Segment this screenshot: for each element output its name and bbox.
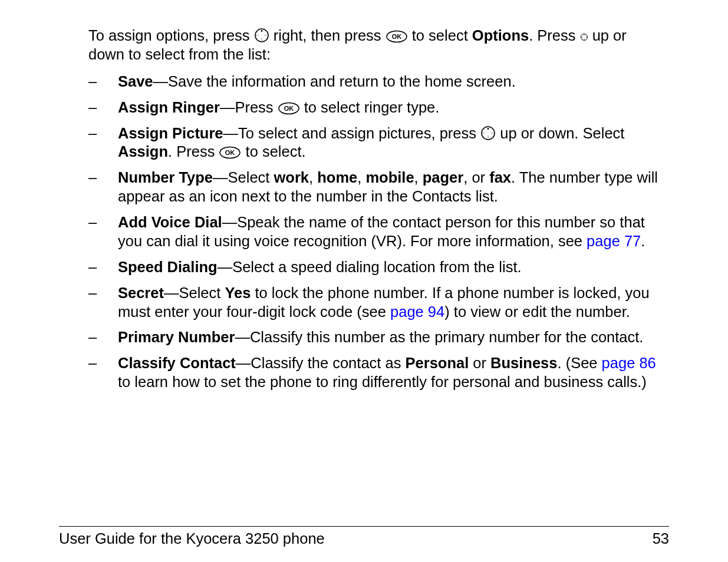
text: ) to view or edit the number. [444,303,630,320]
svg-point-11 [585,37,586,37]
text: up or down. Select [496,125,624,141]
text: , [414,169,423,186]
ok-icon: OK [278,102,300,115]
svg-text:OK: OK [284,105,294,112]
text: right, then press [269,27,386,44]
item-body: Assign Ringer—Press OK to select ringer … [118,98,660,117]
type-mobile: mobile [365,169,414,186]
options-label: Options [472,27,529,44]
bullet: – [88,258,118,277]
list-item: – Classify Contact—Classify the contact … [88,354,660,392]
assign-label: Assign [118,143,168,160]
text: —Press [220,99,278,115]
list-item: – Primary Number—Classify this number as… [88,328,660,347]
nav-icon [254,28,269,43]
text: —Select [213,169,274,186]
bullet: – [88,284,118,322]
bullet: – [88,168,118,206]
nav-small-icon [580,33,588,41]
list-item: – Save—Save the information and return t… [88,72,660,91]
text: to learn how to set the phone to ring di… [118,373,647,390]
list-item: – Secret—Select Yes to lock the phone nu… [88,284,660,322]
page-footer: User Guide for the Kyocera 3250 phone 53 [59,526,669,547]
item-label: Add Voice Dial [118,214,222,230]
list-item: – Assign Ringer—Press OK to select ringe… [88,98,660,117]
text: —To select and assign pictures, press [223,125,481,141]
item-body: Number Type—Select work, home, mobile, p… [118,168,660,206]
nav-icon [480,125,496,141]
text: . Press [168,143,219,160]
text: —Classify this number as the primary num… [235,329,643,345]
item-label: Speed Dialing [118,259,218,275]
item-label: Assign Ringer [118,99,220,115]
list-item: – Add Voice Dial—Speak the name of the c… [88,213,660,251]
list-item: – Number Type—Select work, home, mobile,… [88,168,660,206]
item-label: Save [118,73,153,90]
content-area: To assign options, press right, then pre… [88,27,660,399]
type-home: home [317,169,357,186]
bullet: – [88,98,118,117]
item-label: Primary Number [118,329,235,345]
svg-point-9 [584,39,584,39]
text: to select ringer type. [300,99,440,115]
item-label: Secret [118,285,164,301]
page-link[interactable]: page 77 [587,233,641,249]
svg-point-15 [487,128,489,130]
svg-point-10 [581,37,582,37]
type-work: work [274,169,309,186]
text: . (See [557,355,601,371]
type-fax: fax [489,169,511,186]
type-pager: pager [423,169,463,186]
svg-point-1 [261,30,262,32]
text: —Classify the contact as [236,355,406,371]
svg-text:OK: OK [391,33,401,40]
svg-text:OK: OK [225,149,235,156]
bullet: – [88,72,118,91]
item-body: Add Voice Dial—Speak the name of the con… [118,213,660,251]
item-body: Classify Contact—Classify the contact as… [118,354,660,392]
ok-icon: OK [219,146,241,159]
text: . [641,233,645,249]
text: To assign options, press [88,27,254,44]
item-body: Speed Dialing—Select a speed dialing loc… [118,258,660,277]
yes-label: Yes [225,285,251,301]
bullet: – [88,354,118,392]
text: to select. [241,143,305,160]
text: . Press [529,27,579,44]
item-body: Secret—Select Yes to lock the phone numb… [118,284,660,322]
item-label: Assign Picture [118,125,223,141]
page-number: 53 [653,530,669,547]
intro-paragraph: To assign options, press right, then pre… [88,27,660,64]
text: —Select [164,285,225,301]
bullet: – [88,328,118,347]
item-label: Classify Contact [118,355,236,371]
ok-icon: OK [386,30,408,43]
bullet: – [88,213,118,251]
options-list: – Save—Save the information and return t… [88,72,660,392]
text: , [309,169,317,186]
list-item: – Assign Picture—To select and assign pi… [88,124,660,162]
page-link[interactable]: page 94 [390,303,444,320]
text: , [357,169,365,186]
item-body: Primary Number—Classify this number as t… [118,328,660,347]
personal-label: Personal [406,355,469,371]
business-label: Business [490,355,557,371]
text: or [469,355,490,371]
item-body: Assign Picture—To select and assign pict… [118,124,660,162]
text: to select [408,27,472,44]
footer-title: User Guide for the Kyocera 3250 phone [59,530,325,547]
svg-point-8 [584,35,584,35]
list-item: – Speed Dialing—Select a speed dialing l… [88,258,660,277]
document-page: To assign options, press right, then pre… [0,0,728,562]
item-label: Number Type [118,169,213,186]
text: , or [463,169,489,186]
item-body: Save—Save the information and return to … [118,72,660,91]
text: —Save the information and return to the … [153,73,516,90]
bullet: – [88,124,118,162]
text: —Select a speed dialing location from th… [218,259,522,275]
page-link[interactable]: page 86 [602,355,656,371]
